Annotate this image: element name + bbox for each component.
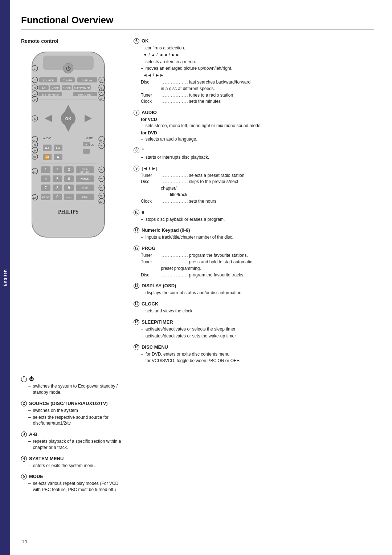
svg-text:CLOCK: CLOCK <box>63 87 71 89</box>
dotted-row: Tuner ................. selects a preset… <box>141 173 374 179</box>
bullet-item: – for VCD/SVCD, toggle between PBC ON or… <box>141 358 374 364</box>
section-2-header: 2 SOURCE (DISC/TUNER/AUX1/2/TV) <box>21 401 123 406</box>
section-8-title: " <box>142 147 144 153</box>
svg-text:14: 14 <box>99 86 102 90</box>
section-6-header: 6 OK <box>134 38 374 44</box>
section-4-title: SYSTEM MENU <box>29 456 64 461</box>
page-container: English Functional Overview Remote contr… <box>0 0 392 555</box>
section-7-num: 7 <box>134 110 139 116</box>
bottom-section: 1 ⏻ – switches the system to Eco-power s… <box>21 376 374 498</box>
svg-text:19: 19 <box>99 169 102 172</box>
svg-text:PROG: PROG <box>42 196 50 199</box>
dotted-row: Disc ................. fast searches bac… <box>141 79 374 85</box>
svg-text:18: 18 <box>99 145 102 148</box>
bullet-item: – moves an enlarged picture up/down/left… <box>141 65 374 72</box>
section-15-num: 15 <box>134 319 139 325</box>
bullet-item: – starts or interrupts disc playback. <box>141 154 374 161</box>
section-11-body: – inputs a track/title/chapter number of… <box>134 234 374 240</box>
svg-text:AUDIO: AUDIO <box>43 137 52 139</box>
section-12: 12 PROG Tuner ................. program … <box>134 246 374 278</box>
svg-text:7: 7 <box>34 138 36 141</box>
section-6-num: 6 <box>134 38 139 44</box>
dotted-row: Clock ................. sets the minutes <box>141 98 374 105</box>
svg-text:23: 23 <box>99 200 102 203</box>
section-11: 11 Numeric Keypad (0-9) – inputs a track… <box>134 227 374 240</box>
section-14-body: – sets and views the clock <box>134 308 374 314</box>
svg-text:10: 10 <box>33 155 36 159</box>
section-16-body: – for DVD, enters or exits disc contents… <box>134 351 374 364</box>
svg-text:A-B: A-B <box>42 87 46 89</box>
svg-text:−: − <box>85 150 87 154</box>
section-14-num: 14 <box>134 301 139 307</box>
svg-text:■: ■ <box>57 155 59 159</box>
section-8-header: 8 " <box>134 147 374 153</box>
section-3-title: A-B <box>29 432 37 437</box>
remote-image: ⏻ SOURCE TUNER DISPLAY A-B MODE <box>21 48 115 246</box>
section-1-title: ⏻ <box>29 376 34 382</box>
side-tab: English <box>0 0 10 555</box>
bullet-item: – for DVD, enters or exits disc contents… <box>141 351 374 357</box>
dotted-row: Disc ................. program the favou… <box>141 272 374 278</box>
left-descriptions: 1 ⏻ – switches the system to Eco-power s… <box>21 376 123 498</box>
svg-text:DISC: DISC <box>82 187 88 190</box>
bullet-item: – confirms a selection. <box>141 45 374 51</box>
svg-text:0: 0 <box>56 195 58 199</box>
bullet-item: – stops disc playback or erases a progra… <box>141 216 374 223</box>
section-9-header: 9 |◄ / ►| <box>134 166 374 171</box>
svg-text:4: 4 <box>45 177 47 181</box>
section-11-header: 11 Numeric Keypad (0-9) <box>134 227 374 233</box>
bullet-item: – switches the system to Eco-power stand… <box>28 383 123 396</box>
section-4-header: 4 SYSTEM MENU <box>21 456 123 462</box>
svg-text:8: 8 <box>34 143 36 147</box>
section-9-num: 9 <box>134 166 139 171</box>
svg-text:SLEEP/TIMER: SLEEP/TIMER <box>74 87 90 89</box>
svg-text:TITLE/: TITLE/ <box>82 168 88 170</box>
svg-text:2: 2 <box>56 168 58 172</box>
section-15-body: – activates/deactivates or selects the s… <box>134 326 374 339</box>
svg-text:6: 6 <box>68 177 70 181</box>
section-6: 6 OK – confirms a selection. ▼ / ▲ / ◄◄ … <box>134 38 374 105</box>
section-5: 5 MODE – selects various repeat play mod… <box>21 474 123 493</box>
svg-text:⏻: ⏻ <box>66 65 71 71</box>
svg-text:2: 2 <box>34 79 36 82</box>
section-9-title: |◄ / ►| <box>142 166 158 171</box>
bullet-item: – switches on the system <box>28 408 123 414</box>
section-13-num: 13 <box>134 283 139 289</box>
section-10-body: – stops disc playback or erases a progra… <box>134 216 374 223</box>
svg-text:3: 3 <box>68 168 70 172</box>
main-content: Functional Overview Remote control ⏻ <box>10 0 392 555</box>
svg-text:1: 1 <box>45 168 47 172</box>
side-tab-label: English <box>3 269 7 286</box>
svg-text:TUNER: TUNER <box>63 79 72 82</box>
section-6-title: OK <box>142 38 149 44</box>
section-2: 2 SOURCE (DISC/TUNER/AUX1/2/TV) – switch… <box>21 401 123 426</box>
section-10-num: 10 <box>134 210 139 215</box>
section-12-num: 12 <box>134 246 139 251</box>
bullet-item: – inputs a track/title/chapter number of… <box>141 234 374 240</box>
bullet-item: ◄◄ / ►► <box>141 72 374 78</box>
bullet-item: – enters or exits the system menu. <box>28 463 123 469</box>
section-7-title: AUDIO <box>142 110 157 115</box>
svg-text:ZOOM+: ZOOM+ <box>80 178 89 181</box>
dotted-row: Clock ................. sets the hours <box>141 198 374 204</box>
section-14-header: 14 CLOCK <box>134 301 374 307</box>
section-16-num: 16 <box>134 344 139 350</box>
section-10-header: 10 ■ <box>134 210 374 215</box>
svg-text:22: 22 <box>99 195 102 198</box>
left-column: Remote control ⏻ SOURCE <box>21 38 123 369</box>
svg-text:20: 20 <box>99 178 102 181</box>
section-1-body: – switches the system to Eco-power stand… <box>21 383 123 396</box>
svg-text:1: 1 <box>34 67 36 70</box>
section-16: 16 DISC MENU – for DVD, enters or exits … <box>134 344 374 364</box>
svg-text:VOL: VOL <box>89 143 94 146</box>
section-8: 8 " – starts or interrupts disc playback… <box>134 147 374 161</box>
section-3-body: – repeats playback of a specific section… <box>21 438 123 451</box>
section-7-header: 7 AUDIO <box>134 110 374 116</box>
section-5-title: MODE <box>29 474 43 479</box>
dotted-row: Tuner. ................. press and hold … <box>141 259 374 265</box>
svg-text:5: 5 <box>56 177 58 181</box>
svg-text:DISPLAY: DISPLAY <box>82 79 92 82</box>
svg-text:11: 11 <box>33 170 36 173</box>
bullet-item: – activates/deactivates or sets the wake… <box>141 333 374 339</box>
section-5-body: – selects various repeat play modes (For… <box>21 481 123 493</box>
